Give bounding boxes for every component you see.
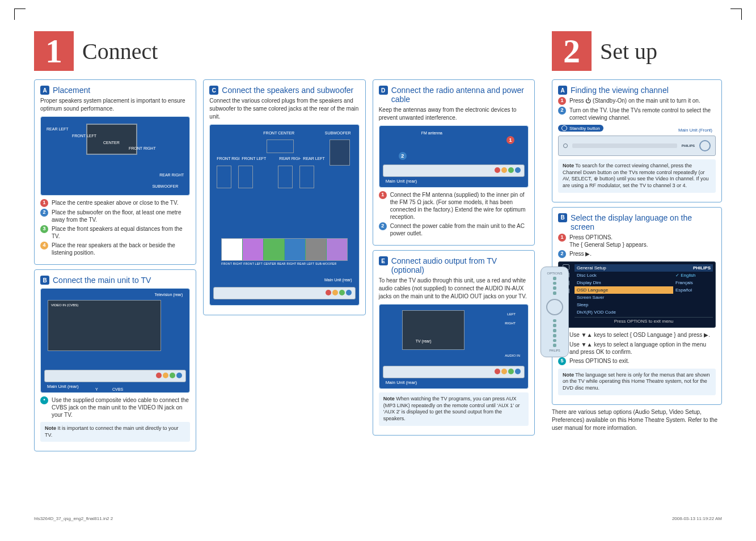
closing-text: There are various setup options (Audio S…	[552, 408, 722, 432]
note: Note When watching the TV programs, you …	[379, 392, 529, 426]
intro-text: To hear the TV audio through this unit, …	[379, 277, 529, 301]
section-connect-tv: B Connect the main unit to TV Television…	[34, 269, 196, 451]
letter-badge: B	[558, 213, 567, 222]
section-title: Select the display language on the scree…	[571, 213, 716, 231]
step-text: Use ▼▲ keys to select a language option …	[569, 341, 716, 356]
bullet-badge: •	[40, 396, 48, 404]
audio-diagram: TV (rear) RIGHT LEFT AUDIO IN Main Unit …	[379, 304, 529, 389]
page-number-badge: 2	[552, 31, 592, 71]
step-text: Press OPTIONS to exit.	[569, 357, 630, 365]
page-spread: 1 Connect A Placement Proper speakers sy…	[34, 31, 722, 501]
main-unit-front-illustration: PHILIPS	[558, 136, 716, 156]
section-audio-out: E Connect audio output from TV (optional…	[373, 250, 535, 436]
note: Note To search for the correct viewing c…	[558, 159, 716, 193]
placement-steps: 1Place the centre speaker above or close…	[40, 199, 190, 256]
step-badge: 2	[379, 222, 387, 230]
step-text: Press ▶.	[569, 250, 592, 258]
section-title: Placement	[53, 86, 90, 95]
section-language: B Select the display language on the scr…	[552, 207, 722, 405]
main-unit-front-label: Main Unit (Front)	[678, 128, 712, 133]
note: Note It is important to connect the main…	[40, 422, 190, 442]
step-badge: 2	[558, 250, 566, 258]
section-title: Connect the main unit to TV	[53, 276, 151, 285]
footer-filename: hts3264D_37_qsg_eng2_final811.in2 2	[34, 516, 113, 521]
letter-badge: B	[40, 276, 49, 285]
section-title: Connect the radio antenna and power cabl…	[391, 86, 529, 104]
step-badge: 5	[558, 357, 566, 365]
section-antenna: D Connect the radio antenna and power ca…	[373, 79, 535, 246]
step-text: Press OPTIONS.The { General Setup } appe…	[569, 234, 648, 248]
section-title: Connect the speakers and subwoofer	[222, 86, 353, 95]
step-badge: 2	[40, 209, 48, 217]
letter-badge: C	[209, 86, 218, 95]
step-badge: 1	[558, 234, 566, 242]
intro-text: Keep the antennas away from the electron…	[379, 106, 529, 122]
section-title: Connect audio output from TV (optional)	[391, 256, 529, 274]
step-badge: 3	[40, 225, 48, 233]
crop-mark	[730, 9, 742, 20]
section-speakers: C Connect the speakers and subwoofer Con…	[203, 79, 365, 315]
step-badge: 4	[40, 242, 48, 250]
page-title: Set up	[600, 38, 657, 65]
step-text: Connect the FM antenna (supplied) to the…	[390, 191, 529, 221]
letter-badge: D	[379, 86, 388, 95]
footer-timestamp: 2008-03-13 11:19:22 AM	[672, 516, 722, 521]
step-text: Place the centre speaker above or close …	[52, 199, 178, 207]
step-text: Turn on the TV. Use the TVs remote contr…	[569, 107, 716, 121]
section-title: Finding the viewing channel	[571, 86, 669, 95]
step-badge: 1	[40, 199, 48, 207]
letter-badge: A	[558, 86, 567, 95]
antenna-diagram: FM antenna 1 2 Main Unit (rear)	[379, 125, 529, 188]
page-footer: hts3264D_37_qsg_eng2_final811.in2 2 2008…	[34, 516, 722, 521]
step-text: Press ⏻ (Standby-On) on the main unit to…	[569, 97, 700, 105]
placement-diagram: REAR LEFT FRONT LEFT CENTER FRONT RIGHT …	[40, 116, 190, 196]
page-setup: 2 Set up A Finding the viewing channel 1…	[552, 31, 722, 501]
speaker-wiring-diagram: FRONT CENTER SUBWOOFER FRONT RIGHT FRONT…	[209, 124, 359, 306]
step-text: Place the subwoofer on the floor, at lea…	[52, 209, 190, 223]
step-text: Use ▼▲ keys to select { OSD Language } a…	[569, 331, 710, 339]
page-number-badge: 1	[34, 31, 74, 71]
step-text: Place the front speakers at equal distan…	[52, 225, 190, 240]
crop-mark	[14, 9, 26, 20]
step-badge: 1	[379, 191, 387, 199]
note: Note The language set here is only for t…	[558, 369, 716, 395]
letter-badge: E	[379, 256, 388, 265]
osd-menu-illustration: General SetupPHILIPS Disc Lock Display D…	[558, 261, 716, 328]
step-badge: 1	[558, 97, 566, 105]
page-title: Connect	[82, 38, 158, 65]
step-badge: 2	[558, 107, 566, 115]
step-text: Connect the power cable from the main un…	[390, 222, 529, 237]
section-placement: A Placement Proper speakers system place…	[34, 79, 196, 265]
intro-text: Connect the various colored plugs from t…	[209, 97, 359, 121]
page-connect: 1 Connect A Placement Proper speakers sy…	[34, 31, 535, 501]
step-text: Place the rear speakers at the back or b…	[52, 242, 190, 256]
standby-callout: Standby button	[558, 125, 603, 132]
tv-connection-diagram: Television (rear) VIDEO IN (CVBS) Y CVBS…	[40, 288, 190, 393]
intro-text: Proper speakers system placement is impo…	[40, 97, 190, 113]
letter-badge: A	[40, 86, 49, 95]
remote-control-illustration: OPTIONS PHILIPS	[540, 267, 569, 357]
step-text: Use the supplied composite video cable t…	[52, 396, 190, 419]
section-viewing-channel: A Finding the viewing channel 1Press ⏻ (…	[552, 79, 722, 202]
